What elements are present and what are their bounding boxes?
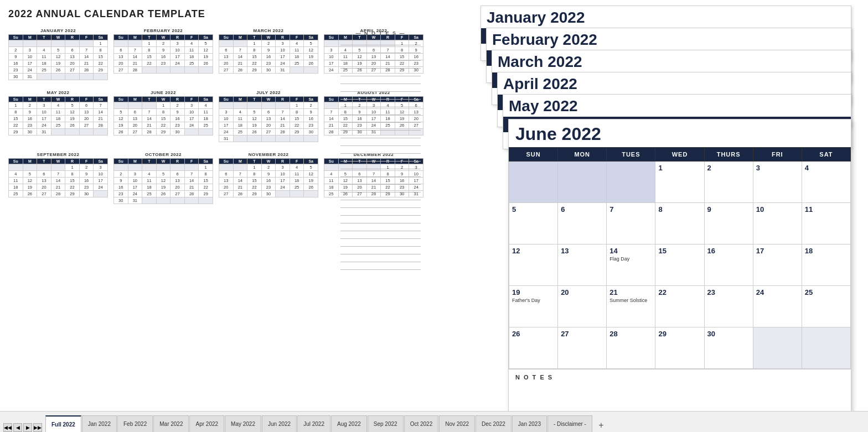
mini-cal-day: 8: [247, 171, 262, 178]
mini-cal-day: 18: [37, 60, 51, 67]
mini-cal-day: 8: [156, 109, 170, 116]
mini-cal-day: 16: [261, 178, 276, 184]
mini-cal-header-w: W: [51, 35, 65, 40]
mini-cal-day: 4: [324, 171, 339, 178]
mini-cal-day: 14: [79, 54, 94, 60]
mini-cal-day: 9: [23, 109, 37, 116]
table-row: 6789101112: [114, 47, 213, 54]
mini-cal-day: 9: [114, 178, 128, 184]
mini-cal-day: 17: [170, 54, 185, 60]
mini-cal-day: 7: [51, 171, 65, 178]
mini-cal-day: [142, 102, 157, 109]
tab-apr-2022[interactable]: Apr 2022: [189, 415, 224, 432]
mini-cal-header-t: T: [37, 97, 51, 102]
mini-cal-day: 28: [128, 67, 142, 74]
tab-oct-2022[interactable]: Oct 2022: [404, 415, 439, 432]
mini-cal-day: 11: [290, 47, 304, 54]
notes-line: [340, 169, 421, 177]
mini-cal-header-r: R: [65, 97, 80, 102]
sheet-jun-full[interactable]: June 2022 SUN MON TUES WED THURS FRI SAT: [508, 119, 851, 412]
mini-cal-header-f: F: [79, 159, 94, 164]
tab-aug-2022[interactable]: Aug 2022: [331, 415, 367, 432]
mini-cal-day: 26: [156, 191, 170, 197]
tab-bar: ◀◀ ◀ ▶ ▶▶ Full 2022Jan 2022Feb 2022Mar 2…: [0, 411, 868, 432]
mini-cal-day: 31: [219, 136, 234, 142]
mini-cal-day: 13: [128, 116, 142, 122]
mini-cal-day: 12: [114, 116, 128, 122]
mini-cal-day: 10: [276, 171, 290, 178]
mini-cal-header-m: M: [23, 97, 37, 102]
mini-cal-day: [114, 40, 128, 47]
mini-cal-day: [276, 191, 290, 197]
mini-cal-day: 18: [233, 122, 247, 129]
mini-cal-day: 8: [142, 47, 157, 54]
mini-cal-day: [114, 164, 128, 171]
table-row: 2728: [114, 67, 213, 74]
tab-add-button[interactable]: +: [595, 419, 608, 432]
tab-jun-2022[interactable]: Jun 2022: [262, 415, 297, 432]
mini-cal-day: 17: [324, 60, 339, 67]
tab-nov-2022[interactable]: Nov 2022: [439, 415, 475, 432]
tab-sep-2022[interactable]: Sep 2022: [368, 415, 404, 432]
tab-feb-2022[interactable]: Feb 2022: [117, 415, 153, 432]
tab-full-2022[interactable]: Full 2022: [45, 415, 81, 432]
page-title: 2022 ANNUAL CALENDAR TEMPLATE: [8, 8, 423, 20]
notes-line: [340, 177, 421, 185]
mini-cal-day: 12: [304, 47, 318, 54]
mini-cal-day: 14: [128, 54, 142, 60]
mini-cal-day: 18: [290, 54, 304, 60]
mini-cal-day: 17: [219, 122, 234, 129]
mini-cal-day: 2: [79, 164, 94, 171]
mini-cal-day: 31: [276, 67, 290, 74]
tab-nav-prev[interactable]: ◀: [13, 423, 22, 432]
tab-jul-2022[interactable]: Jul 2022: [297, 415, 330, 432]
mini-cal-day: 28: [94, 122, 108, 129]
tab-jan-2022[interactable]: Jan 2022: [82, 415, 117, 432]
mini-cal-day: 1: [290, 102, 304, 109]
mini-cal-day: 26: [199, 60, 213, 67]
table-row: 252627282930: [9, 191, 108, 197]
tab-may-2022[interactable]: May 2022: [225, 415, 261, 432]
mini-cal-day: 14: [184, 178, 199, 184]
mini-cal-day: 30: [9, 74, 23, 80]
mini-cal-day: 23: [9, 67, 23, 74]
mini-cal-day: 12: [199, 47, 213, 54]
mini-cal-day: [233, 164, 247, 171]
mini-cal-day: 29: [199, 191, 213, 197]
mini-cal-day: 3: [128, 171, 142, 178]
table-row: 6789101112: [219, 47, 318, 54]
tab-mar-2022[interactable]: Mar 2022: [153, 415, 189, 432]
notes-line: [340, 231, 421, 239]
mini-cal-day: 15: [290, 116, 304, 122]
jun-w1-d1: [509, 162, 558, 203]
tab-nav-first[interactable]: ◀◀: [3, 423, 12, 432]
tab-nav-controls: ◀◀ ◀ ▶ ▶▶: [0, 423, 45, 432]
notes-line: [340, 192, 421, 200]
tab-jan-2023[interactable]: Jan 2023: [512, 415, 547, 432]
mini-cal-header-w: W: [156, 97, 170, 102]
june-calendar-table: SUN MON TUES WED THURS FRI SAT 1 2 3: [509, 147, 851, 369]
jun-w1-d5: 2: [704, 162, 753, 203]
mini-cal-day: 22: [156, 122, 170, 129]
tab---disclaimer--[interactable]: - Disclaimer -: [547, 415, 592, 432]
notes-line: [340, 223, 421, 231]
mini-cal-day: 29: [290, 129, 304, 136]
table-row: 13141516171819: [114, 54, 213, 60]
mini-cal-header-su: Su: [9, 35, 23, 40]
mini-cal-day: [170, 67, 185, 74]
tab-nav-last[interactable]: ▶▶: [33, 423, 42, 432]
tab-dec-2022[interactable]: Dec 2022: [476, 415, 512, 432]
mini-cal-day: 15: [9, 116, 23, 122]
mini-cal-day: 11: [9, 178, 23, 184]
mini-cal-day: 18: [290, 178, 304, 184]
mini-cal-day: 13: [219, 178, 234, 184]
mini-cal-day: 1: [247, 164, 262, 171]
mini-cal-day: 12: [51, 54, 65, 60]
mini-cal-day: 20: [114, 60, 128, 67]
mini-cal-day: 26: [304, 60, 318, 67]
mini-cal-day: 7: [79, 47, 94, 54]
jun-w1-d6: 3: [753, 162, 802, 203]
mini-cal-header-t: T: [37, 35, 51, 40]
mini-cal-day: 10: [219, 116, 234, 122]
tab-nav-next[interactable]: ▶: [23, 423, 32, 432]
